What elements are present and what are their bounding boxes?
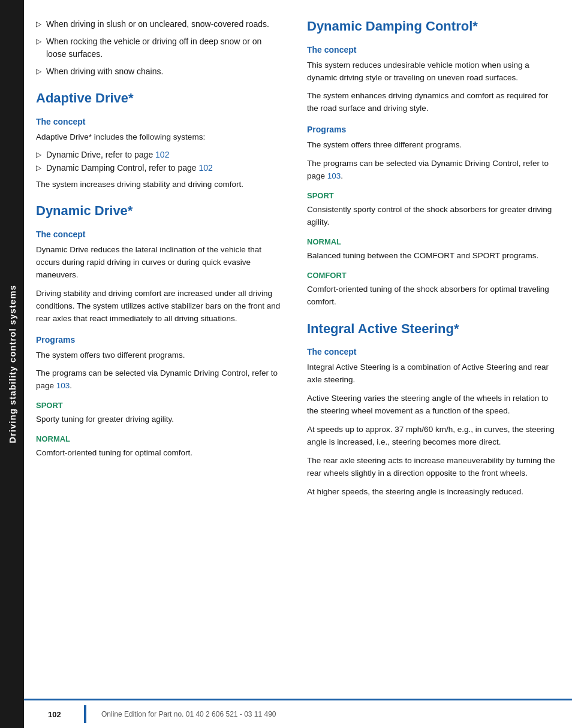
list-item: ▷ When driving with snow chains. [36,65,283,78]
dynamic-damping-programs-heading: Programs [307,125,560,134]
main-content: ▷ When driving in slush or on uncleared,… [24,0,572,728]
page-link-102b[interactable]: 102 [198,163,212,173]
footer-edition-text: Online Edition for Part no. 01 40 2 606 … [101,710,276,718]
sidebar-label-text: Driving stability control systems [7,285,17,443]
adaptive-footer-text: The system increases driving stability a… [36,179,283,191]
bullet-text: When driving with snow chains. [46,65,163,78]
dynamic-damping-concept-p2: The system enhances driving dynamics and… [307,90,560,115]
dynamic-drive-concept-p1: Dynamic Drive reduces the lateral inclin… [36,244,283,282]
dynamic-drive-concept-p2: Driving stability and driving comfort ar… [36,288,283,325]
page-number: 102 [48,710,72,719]
dynamic-damping-programs-p2: The programs can be selected via Dynamic… [307,158,560,183]
integral-steering-p4: The rear axle steering acts to increase … [307,455,560,480]
dynamic-drive-title: Dynamic Drive* [36,203,283,220]
left-column: ▷ When driving in slush or on uncleared,… [24,12,298,699]
page-link-102a[interactable]: 102 [155,150,169,159]
dynamic-drive-normal-heading: NORMAL [36,434,283,443]
columns-layout: ▷ When driving in slush or on uncleared,… [24,12,572,699]
dynamic-damping-sport-text: Consistently sporty control of the shock… [307,204,560,229]
integral-steering-p2: Active Steering varies the steering angl… [307,392,560,418]
adaptive-drive-title: Adaptive Drive* [36,90,283,107]
dynamic-drive-concept-heading: The concept [36,229,283,239]
dynamic-drive-sport-text: Sporty tuning for greater driving agilit… [36,413,283,426]
dynamic-drive-programs-p1: The system offers two different programs… [36,349,283,362]
dynamic-damping-programs-p1: The system offers three different progra… [307,139,560,152]
dynamic-damping-comfort-text: Comfort-oriented tuning of the shock abs… [307,283,560,309]
right-column: Dynamic Damping Control* The concept Thi… [298,12,572,699]
adaptive-bullet-1-text: Dynamic Drive, refer to page 102 [46,150,169,159]
adaptive-bullet-1: ▷ Dynamic Drive, refer to page 102 [36,150,283,159]
integral-steering-p3: At speeds up to approx. 37 mph/60 km/h, … [307,424,560,449]
sidebar: Driving stability control systems [0,0,24,728]
integral-steering-p1: Integral Active Steering is a combinatio… [307,361,560,386]
adaptive-bullet-2: ▷ Dynamic Damping Control, refer to page… [36,163,283,173]
integral-steering-concept-heading: The concept [307,347,560,357]
dynamic-damping-comfort-heading: COMFORT [307,271,560,280]
footer-divider [84,705,86,723]
dynamic-drive-sport-heading: SPORT [36,401,283,410]
list-item: ▷ When driving in slush or on uncleared,… [36,18,283,31]
adaptive-drive-concept-text: Adaptive Drive* includes the following s… [36,131,283,144]
dynamic-damping-title: Dynamic Damping Control* [307,18,560,35]
intro-bullet-list: ▷ When driving in slush or on uncleared,… [36,18,283,78]
dynamic-damping-normal-text: Balanced tuning between the COMFORT and … [307,250,560,262]
bullet-text: When driving in slush or on uncleared, s… [46,18,269,31]
dynamic-damping-sport-heading: SPORT [307,191,560,200]
dynamic-damping-concept-p1: This system reduces undesirable vehicle … [307,59,560,84]
adaptive-drive-concept-heading: The concept [36,117,283,126]
bullet-icon: ▷ [36,19,41,29]
page-footer: 102 Online Edition for Part no. 01 40 2 … [24,699,572,728]
dynamic-drive-normal-text: Comfort-oriented tuning for optimal comf… [36,447,283,460]
bullet-icon: ▷ [36,36,41,47]
bullet-icon: ▷ [36,66,41,77]
page-container: Driving stability control systems ▷ When… [0,0,572,728]
integral-steering-p5: At higher speeds, the steering angle is … [307,486,560,499]
dynamic-damping-normal-heading: NORMAL [307,237,560,246]
adaptive-bullet-2-text: Dynamic Damping Control, refer to page 1… [46,163,213,173]
page-link-103b[interactable]: 103 [327,171,341,180]
page-link-103a[interactable]: 103 [56,381,70,390]
bullet-icon: ▷ [36,150,41,159]
dynamic-damping-concept-heading: The concept [307,45,560,55]
bullet-text: When rocking the vehicle or driving off … [46,35,283,61]
integral-steering-title: Integral Active Steering* [307,321,560,338]
dynamic-drive-programs-heading: Programs [36,335,283,345]
dynamic-drive-programs-p2: The programs can be selected via Dynamic… [36,367,283,392]
list-item: ▷ When rocking the vehicle or driving of… [36,35,283,61]
bullet-icon: ▷ [36,164,41,172]
